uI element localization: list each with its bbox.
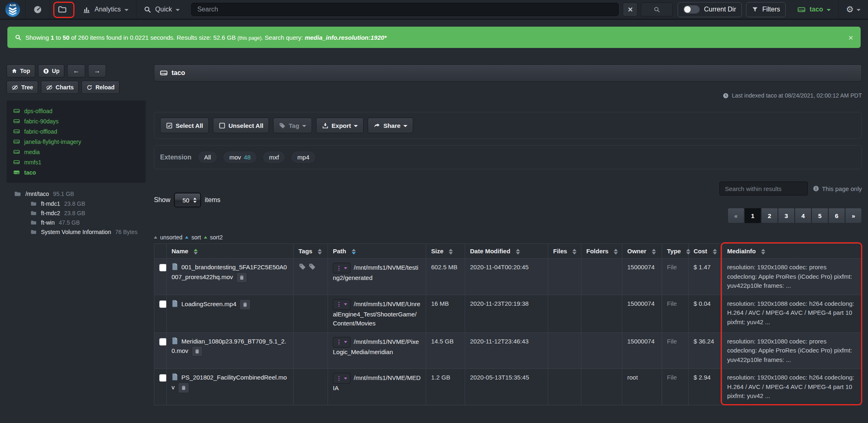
file-name-link[interactable]: LoadingScreen.mp4 [181, 300, 236, 307]
pagination-next[interactable]: » [845, 208, 862, 223]
chevron-down-icon [124, 9, 129, 11]
forward-button[interactable]: → [88, 64, 106, 77]
column-header-path[interactable]: Path [328, 244, 426, 259]
column-header-size[interactable]: Size [426, 244, 465, 259]
row-checkbox[interactable] [159, 264, 167, 271]
column-header-folders[interactable]: Folders [581, 244, 622, 259]
copy-path-button[interactable] [178, 382, 189, 393]
column-header-name[interactable]: Name [167, 244, 294, 259]
sidebar-volume-fabric-offload[interactable]: fabric-offload [7, 126, 146, 136]
sort-link-sort[interactable]: sort [191, 234, 201, 241]
sort-arrows-icon [318, 249, 322, 255]
row-checkbox[interactable] [159, 374, 167, 382]
sidebar-volume-fabric-90days[interactable]: fabric-90days [7, 116, 146, 126]
unselect-all-button[interactable]: Unselect All [213, 118, 269, 133]
tree-item[interactable]: ft-mdc2 23.8 GB [14, 208, 146, 218]
pagination-prev[interactable]: « [728, 208, 744, 223]
path-actions-button[interactable]: ⋮ [333, 373, 350, 384]
tree-item[interactable]: System Volume Information 76 Bytes [14, 227, 146, 237]
charts-toggle-button[interactable]: Charts [41, 81, 79, 94]
drive-icon [13, 148, 20, 155]
file-name-link[interactable]: Meridian_1080p23.976_BT709_5.1_2.0.mov [172, 338, 286, 354]
tree-item[interactable]: ft-mdc1 23.8 GB [14, 199, 146, 208]
tree-toggle-button[interactable]: Tree [7, 81, 38, 94]
column-header-cost[interactable]: Cost [689, 244, 722, 259]
column-header-date-modified[interactable]: Date Modified [465, 244, 548, 259]
column-header-mediainfo[interactable]: MediaInfo [722, 244, 861, 259]
sort-arrows-icon [614, 249, 618, 255]
analytics-label: Analytics [95, 6, 121, 13]
sort-links-bar: unsorted sort sort2 [154, 234, 862, 241]
column-header-files[interactable]: Files [548, 244, 581, 259]
submit-search-button[interactable] [641, 2, 673, 16]
chevron-down-icon [827, 9, 831, 11]
items-per-page-control: Show 50 items [154, 177, 220, 223]
clear-search-button[interactable]: ✕ [623, 2, 637, 16]
extension-filter-mov[interactable]: mov 48 [223, 151, 257, 164]
export-dropdown-button[interactable]: Export [316, 118, 364, 133]
pagination-page-4[interactable]: 4 [795, 208, 811, 223]
path-actions-button[interactable]: ⋮ [333, 263, 350, 273]
path-actions-button[interactable]: ⋮ [333, 337, 350, 348]
column-header-tags[interactable]: Tags [294, 244, 328, 259]
sort-link-sort2[interactable]: sort2 [210, 234, 223, 241]
search-within-results-input[interactable] [719, 182, 808, 196]
quick-menu[interactable]: Quick [136, 0, 187, 19]
analytics-menu[interactable]: Analytics [75, 0, 136, 19]
reload-button[interactable]: Reload [81, 81, 120, 94]
sidebar-volume-dps-offload[interactable]: dps-offload [7, 106, 146, 116]
items-per-page-select[interactable]: 50 [174, 193, 201, 207]
cell-mediainfo: resolution: 1920x1080 codec: prores code… [722, 259, 861, 295]
index-selector[interactable]: taco [790, 0, 838, 19]
copy-path-button[interactable] [240, 299, 251, 310]
pagination-page-6[interactable]: 6 [828, 208, 845, 223]
back-button[interactable]: ← [67, 64, 85, 77]
sidebar-volume-mmfs1[interactable]: mmfs1 [7, 157, 146, 167]
settings-menu[interactable]: ⚙ [838, 0, 868, 19]
pagination-page-2[interactable]: 2 [761, 208, 778, 223]
filters-button[interactable]: Filters [746, 2, 786, 17]
sidebar-volume-media[interactable]: media [7, 147, 146, 157]
sidebar-volume-taco[interactable]: taco [7, 167, 146, 177]
share-dropdown-button[interactable]: Share [368, 118, 413, 133]
search-input[interactable] [191, 3, 619, 16]
top-button[interactable]: Top [7, 64, 35, 77]
pagination-page-1[interactable]: 1 [744, 208, 761, 223]
extension-filter-all[interactable]: All [197, 151, 217, 164]
pagination-page-5[interactable]: 5 [811, 208, 828, 223]
column-header-owner[interactable]: Owner [622, 244, 662, 259]
drive-icon [797, 5, 806, 14]
current-dir-toggle-group[interactable]: Current Dir [678, 2, 741, 17]
row-checkbox[interactable] [159, 338, 167, 346]
aja-logo-icon: AJA [5, 2, 20, 17]
cell-date-modified: 2020-11-23T20:19:38 [465, 295, 548, 332]
cell-date-modified: 2020-05-13T15:35:45 [465, 369, 548, 405]
extension-filter-mxf[interactable]: mxf [262, 151, 285, 164]
up-button[interactable]: Up [38, 64, 65, 77]
sidebar-volume-janelia-flylight-imagery[interactable]: janelia-flylight-imagery [7, 136, 146, 147]
column-header-type[interactable]: Type [662, 244, 689, 259]
sort-link-unsorted[interactable]: unsorted [160, 234, 182, 241]
file-browser-button[interactable] [50, 0, 75, 19]
select-all-button[interactable]: Select All [160, 118, 209, 133]
file-name-link[interactable]: 001_brandontesting_5FA1F2C5E50A0007_pror… [172, 264, 287, 280]
stepper-arrows-icon [193, 198, 197, 203]
tree-item[interactable]: ft-win 47.5 GB [14, 218, 146, 227]
search-icon [144, 6, 151, 14]
search-icon [653, 6, 660, 13]
close-icon[interactable]: × [848, 33, 853, 42]
file-icon [172, 337, 179, 345]
pagination-page-3[interactable]: 3 [778, 208, 795, 223]
row-checkbox[interactable] [159, 300, 167, 308]
path-actions-button[interactable]: ⋮ [333, 299, 350, 310]
dots-vertical-icon: ⋮ [336, 264, 342, 273]
copy-path-button[interactable] [192, 346, 203, 357]
copy-path-button[interactable] [236, 272, 247, 283]
tag-dropdown-button[interactable]: Tag [273, 118, 312, 133]
current-dir-toggle[interactable] [683, 5, 700, 14]
extension-filter-mp4[interactable]: mp4 [291, 151, 316, 164]
tree-item-root[interactable]: /mnt/taco 95.1 GB [14, 189, 146, 199]
main-content: taco Last indexed taco at 08/24/2021, 02… [152, 64, 868, 405]
app-logo[interactable]: AJA [0, 0, 25, 19]
dashboard-button[interactable] [25, 0, 50, 19]
